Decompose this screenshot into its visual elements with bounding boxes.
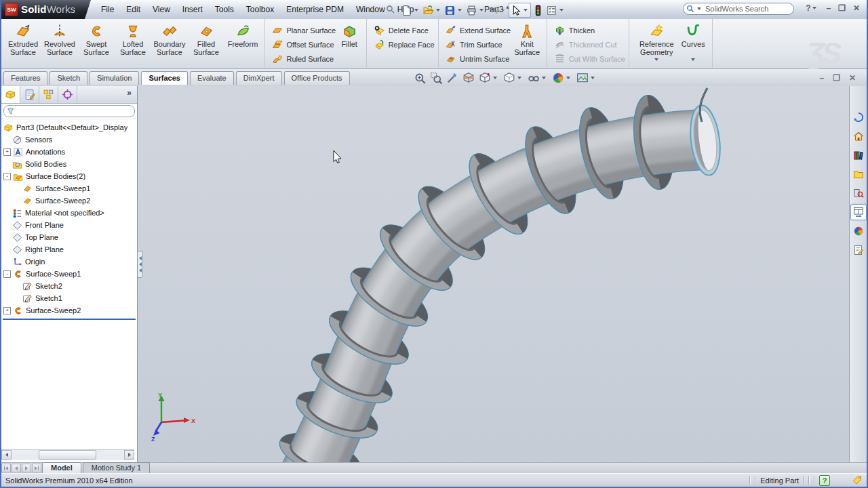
help-button[interactable]: ? bbox=[806, 3, 810, 13]
taskpane-appearances-scenes-button[interactable] bbox=[850, 223, 867, 239]
extruded-surface-button[interactable]: ExtrudedSurface bbox=[5, 21, 41, 56]
tab-sketch[interactable]: Sketch bbox=[50, 71, 87, 85]
doc-restore-button[interactable]: ❐ bbox=[833, 73, 840, 83]
ruled-surface-button[interactable]: Ruled Surface bbox=[271, 52, 336, 65]
zoom-to-area-button[interactable] bbox=[430, 72, 442, 84]
display-style-button[interactable] bbox=[503, 72, 524, 84]
menu-insert[interactable]: Insert bbox=[176, 0, 209, 19]
untrim-surface-button[interactable]: Untrim Surface bbox=[445, 52, 511, 65]
tab-dimxpert[interactable]: DimXpert bbox=[236, 71, 282, 85]
curves-button[interactable]: Curves bbox=[677, 21, 709, 61]
thickened-cut-button[interactable]: Thickened Cut bbox=[554, 38, 625, 51]
print-button[interactable] bbox=[465, 3, 486, 17]
graphics-viewport[interactable]: Y X Z bbox=[138, 86, 850, 462]
tree-item-surface-sweep2[interactable]: +Surface-Sweep2 bbox=[1, 304, 137, 317]
tree-item-front-plane[interactable]: Front Plane bbox=[1, 219, 137, 231]
thicken-button[interactable]: Thicken bbox=[554, 24, 625, 37]
last-tab-button[interactable] bbox=[32, 464, 41, 472]
select-button[interactable] bbox=[509, 3, 531, 18]
tree-item-surface-bodies-2[interactable]: -Surface Bodies(2) bbox=[1, 170, 137, 182]
options-button[interactable] bbox=[545, 3, 566, 17]
tab-office-products[interactable]: Office Products bbox=[284, 71, 350, 85]
restore-button[interactable]: ❐ bbox=[838, 3, 846, 13]
delete-face-button[interactable]: Delete Face bbox=[374, 24, 435, 37]
apply-scene-button[interactable] bbox=[576, 72, 597, 84]
scroll-track[interactable] bbox=[12, 450, 124, 460]
tab-model[interactable]: Model bbox=[42, 462, 81, 473]
zoom-to-selection-button[interactable] bbox=[446, 72, 458, 84]
tree-item-surface-sweep2[interactable]: Surface-Sweep2 bbox=[1, 195, 137, 207]
scroll-left-button[interactable] bbox=[1, 450, 12, 460]
doc-minimize-button[interactable]: – bbox=[819, 73, 824, 83]
expander-plus[interactable]: + bbox=[3, 148, 11, 156]
tree-item-sensors[interactable]: Sensors bbox=[1, 134, 137, 146]
panel-splitter-handle[interactable] bbox=[138, 251, 143, 278]
expander-minus[interactable]: - bbox=[3, 173, 11, 180]
rollback-bar[interactable] bbox=[3, 319, 136, 320]
quick-tips-help-icon[interactable]: ? bbox=[819, 475, 830, 486]
extend-surface-button[interactable]: Extend Surface bbox=[445, 24, 511, 37]
taskpane-custom-properties-button[interactable] bbox=[850, 242, 867, 258]
tab-simulation[interactable]: Simulation bbox=[90, 71, 139, 85]
trim-surface-button[interactable]: Trim Surface bbox=[445, 38, 511, 51]
menu-view[interactable]: View bbox=[146, 0, 176, 19]
rebuild-button[interactable] bbox=[532, 3, 545, 17]
panel-tab-overflow-chevron[interactable]: » bbox=[127, 86, 137, 103]
tree-item-solid-bodies[interactable]: Solid Bodies bbox=[1, 158, 137, 170]
tree-filter-input[interactable] bbox=[3, 105, 135, 117]
tree-item-sketch2[interactable]: Sketch2 bbox=[1, 280, 137, 292]
tree-item-top-plane[interactable]: Top Plane bbox=[1, 231, 137, 243]
cut-with-surface-button[interactable]: Cut With Surface bbox=[554, 52, 625, 65]
minimize-button[interactable]: – bbox=[826, 3, 831, 13]
panel-tab-configurationmanager[interactable] bbox=[39, 86, 58, 103]
tree-item-origin[interactable]: Origin bbox=[1, 256, 137, 268]
menu-edit[interactable]: Edit bbox=[120, 0, 146, 19]
tree-item-material-not-specified[interactable]: Material <not specified> bbox=[1, 207, 137, 219]
taskpane-search-button[interactable] bbox=[850, 185, 867, 201]
knit-surface-button[interactable]: KnitSurface bbox=[511, 21, 543, 56]
fillet-button[interactable]: Fillet bbox=[336, 21, 363, 48]
menu-toolbox[interactable]: Toolbox bbox=[240, 0, 280, 19]
curves-dropdown-icon[interactable] bbox=[691, 58, 695, 61]
scroll-right-button[interactable] bbox=[124, 450, 134, 460]
taskpane-home-button[interactable] bbox=[850, 128, 867, 144]
close-button[interactable]: ✕ bbox=[853, 3, 860, 13]
first-tab-button[interactable] bbox=[1, 464, 11, 472]
menu-tools[interactable]: Tools bbox=[209, 0, 240, 19]
expander-plus[interactable]: + bbox=[3, 307, 11, 314]
panel-tab-featuremanager[interactable] bbox=[1, 86, 20, 103]
open-button[interactable] bbox=[422, 3, 443, 17]
toolbar-pin-icon[interactable] bbox=[385, 4, 396, 15]
lofted-surface-button[interactable]: LoftedSurface bbox=[115, 21, 151, 56]
taskpane-solidworks-resources-button[interactable] bbox=[850, 109, 867, 125]
reference-geometry-button[interactable]: ReferenceGeometry bbox=[635, 21, 677, 61]
view-orientation-button[interactable] bbox=[479, 72, 499, 84]
tree-horizontal-scrollbar[interactable] bbox=[1, 449, 134, 460]
panel-tab-dimxpertmanager[interactable] bbox=[58, 86, 77, 103]
menu-enterprise-pdm[interactable]: Enterprise PDM bbox=[280, 0, 350, 19]
boundary-surface-button[interactable]: BoundarySurface bbox=[151, 21, 188, 56]
previous-tab-button[interactable] bbox=[12, 464, 21, 472]
menu-file[interactable]: File bbox=[95, 0, 120, 19]
freeform-button[interactable]: Freeform bbox=[224, 21, 261, 56]
search-input[interactable]: SolidWorks Search bbox=[683, 3, 794, 15]
revolved-surface-button[interactable]: RevolvedSurface bbox=[41, 21, 78, 56]
tag-icon[interactable] bbox=[852, 475, 863, 485]
planar-surface-button[interactable]: Planar Surface bbox=[271, 24, 336, 37]
tab-features[interactable]: Features bbox=[3, 71, 47, 85]
scroll-thumb[interactable] bbox=[39, 450, 96, 460]
doc-close-button[interactable]: ✕ bbox=[849, 73, 856, 83]
section-view-button[interactable] bbox=[462, 72, 475, 84]
offset-surface-button[interactable]: Offset Surface bbox=[271, 38, 336, 51]
tree-item-annotations[interactable]: +Annotations bbox=[1, 146, 137, 158]
next-tab-button[interactable] bbox=[22, 464, 31, 472]
tree-root-part[interactable]: Part3 (Default<<Default>_Display bbox=[1, 121, 137, 134]
tree-item-sketch1[interactable]: Sketch1 bbox=[1, 292, 137, 304]
tab-surfaces[interactable]: Surfaces bbox=[141, 71, 187, 85]
tab-evaluate[interactable]: Evaluate bbox=[190, 71, 234, 85]
replace-face-button[interactable]: Replace Face bbox=[374, 38, 435, 51]
new-document-button[interactable] bbox=[400, 3, 421, 17]
tab-motion-study[interactable]: Motion Study 1 bbox=[83, 462, 150, 473]
zoom-to-fit-button[interactable] bbox=[414, 72, 426, 84]
reference-geometry-dropdown-icon[interactable] bbox=[654, 58, 658, 61]
